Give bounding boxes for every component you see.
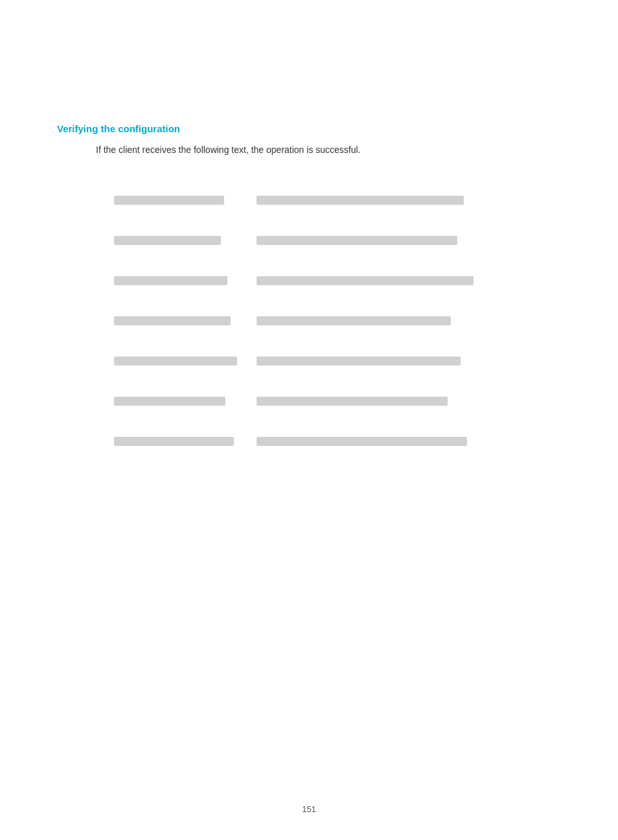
section-title: Verifying the configuration — [57, 123, 561, 134]
left-block — [114, 236, 244, 250]
gray-bar-left — [114, 196, 224, 205]
right-block — [257, 276, 561, 290]
left-block — [114, 356, 244, 371]
gray-bar-right — [257, 397, 448, 406]
gray-bar-left — [114, 316, 231, 325]
table-row — [114, 236, 561, 250]
content-blocks — [114, 196, 561, 451]
left-block — [114, 397, 244, 411]
gray-bar-left — [114, 356, 237, 366]
gray-bar-right — [257, 356, 461, 366]
gray-bar-left — [114, 437, 234, 446]
table-row — [114, 356, 561, 371]
left-block — [114, 276, 244, 290]
table-row — [114, 316, 561, 331]
gray-bar-left — [114, 397, 225, 406]
right-block — [257, 397, 561, 411]
table-row — [114, 196, 561, 210]
gray-bar-left — [114, 236, 221, 245]
gray-bar-right — [257, 236, 457, 245]
gray-bar-right — [257, 196, 464, 205]
table-row — [114, 276, 561, 290]
table-row — [114, 437, 561, 451]
right-block — [257, 316, 561, 331]
gray-bar-right — [257, 316, 451, 325]
gray-bar-right — [257, 276, 474, 285]
page-number: 151 — [302, 804, 316, 814]
right-block — [257, 437, 561, 451]
gray-bar-right — [257, 437, 467, 446]
right-block — [257, 236, 561, 250]
right-block — [257, 196, 561, 210]
left-block — [114, 316, 244, 331]
page: Verifying the configuration If the clien… — [0, 0, 618, 840]
right-block — [257, 356, 561, 371]
left-block — [114, 196, 244, 210]
section-body: If the client receives the following tex… — [96, 143, 561, 157]
table-row — [114, 397, 561, 411]
gray-bar-left — [114, 276, 227, 285]
left-block — [114, 437, 244, 451]
